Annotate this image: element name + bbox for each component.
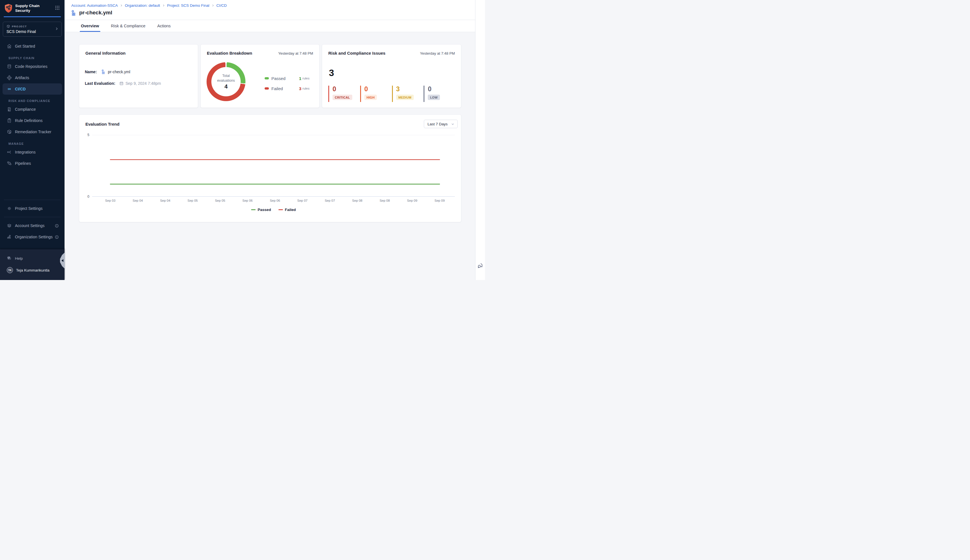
section-supply-chain: SUPPLY CHAIN [0, 52, 65, 61]
trend-chart-legend: PassedFailed [92, 208, 455, 212]
chevron-right-icon [55, 27, 58, 32]
module-grid-icon[interactable] [55, 5, 60, 12]
risk-compliance-issues-card: Risk and Compliance Issues Yesterday at … [322, 44, 461, 108]
passed-line-swatch-icon [251, 209, 255, 210]
tab-bar: Overview Risk & Compliance Actions [65, 20, 475, 32]
critical-badge: CRITICAL [332, 95, 352, 100]
x-axis-tick-label: Sep 06 [242, 199, 252, 202]
passed-unit: rules [302, 77, 309, 80]
chevron-down-icon [451, 122, 454, 126]
evaluation-breakdown-card: Evaluation Breakdown Yesterday at 7:48 P… [200, 44, 320, 108]
donut-center-label: Totalevaluations 4 [207, 62, 245, 101]
x-axis-tick-label: Sep 05 [187, 199, 197, 202]
project-selector[interactable]: PROJECT SCS Demo Final [3, 22, 62, 37]
sidebar-settings-block: Project Settings Account Settings [0, 197, 65, 243]
tab-risk-compliance[interactable]: Risk & Compliance [111, 24, 146, 32]
sidebar-item-cicd[interactable]: CI/CD [3, 83, 62, 95]
shield-logo-icon [4, 4, 13, 13]
failed-unit: rules [302, 87, 309, 90]
right-rail [475, 0, 485, 280]
breadcrumb-project[interactable]: Project: SCS Demo Final [167, 3, 209, 8]
sidebar-item-label: Rule Definitions [15, 118, 43, 123]
sidebar-item-label: Compliance [15, 107, 36, 112]
tab-actions[interactable]: Actions [157, 24, 171, 32]
sidebar-item-label: Artifacts [15, 75, 29, 80]
project-box-icon [7, 25, 10, 28]
sidebar-item-label: Get Started [15, 44, 35, 48]
passed-label: Passed [271, 76, 292, 81]
x-axis-tick-label: Sep 07 [297, 199, 307, 202]
svg-text:?: ? [8, 257, 9, 258]
severity-medium: 3 MEDIUM [392, 86, 424, 102]
legend-row-failed: Failed 3 rules [265, 83, 309, 93]
main-area: Account: Automation-SSCA Organization: d… [65, 0, 475, 280]
critical-count: 0 [332, 86, 360, 93]
breadcrumb-organization[interactable]: Organization: default [125, 3, 160, 8]
time-range-select[interactable]: Last 7 Days [424, 120, 457, 128]
sidebar-item-organization-settings[interactable]: Organization Settings [0, 231, 65, 243]
clipboard-check-icon [7, 118, 12, 123]
sidebar-item-label: Integrations [15, 150, 35, 154]
legend-row-passed: Passed 1 rules [265, 73, 309, 83]
y-axis-max-label: 5 [82, 133, 89, 137]
breadcrumb-cicd[interactable]: CI/CD [217, 3, 227, 8]
high-badge: HIGH [364, 95, 377, 100]
failed-label: Failed [271, 86, 292, 91]
sidebar-item-code-repositories[interactable]: Code Repositories [0, 61, 65, 72]
breadcrumb: Account: Automation-SSCA Organization: d… [71, 3, 475, 8]
card-timestamp: Yesterday at 7:48 PM [278, 51, 313, 55]
breadcrumb-account[interactable]: Account: Automation-SSCA [71, 3, 118, 8]
failed-count: 3 [299, 86, 301, 91]
sidebar-user-row[interactable]: TK Teja Kummarikuntla [0, 264, 65, 276]
sidebar-item-get-started[interactable]: Get Started [0, 40, 65, 52]
sidebar: Supply ChainSecurity PROJECT SC [0, 0, 65, 280]
pipeline-icon [102, 69, 106, 74]
sidebar-accent-divider [4, 16, 61, 17]
divider [4, 217, 60, 217]
sidebar-item-label: CI/CD [15, 87, 26, 91]
name-row: Name: pr-check.yml [85, 69, 130, 74]
sidebar-item-compliance[interactable]: Compliance [0, 104, 65, 115]
sidebar-item-artifacts[interactable]: Artifacts [0, 72, 65, 83]
sidebar-item-integrations[interactable]: Integrations [0, 147, 65, 158]
failed-line-swatch-icon [279, 209, 283, 210]
app-title: Supply ChainSecurity [15, 4, 55, 13]
legend-item-passed: Passed [251, 208, 271, 212]
x-axis-tick-label: Sep 08 [352, 199, 362, 202]
passed-count: 1 [299, 76, 301, 81]
sidebar-item-project-settings[interactable]: Project Settings [0, 203, 65, 214]
sidebar-item-label: Help [15, 256, 23, 260]
card-timestamp: Yesterday at 7:48 PM [420, 51, 455, 55]
time-range-value: Last 7 Days [427, 122, 447, 126]
sidebar-item-help[interactable]: ? Help [0, 253, 65, 264]
tab-overview[interactable]: Overview [81, 24, 99, 32]
content: General Information Name: pr-check.yml [65, 32, 475, 280]
app-window: Supply ChainSecurity PROJECT SC [0, 0, 485, 280]
sidebar-item-label: Organization Settings [15, 235, 53, 239]
info-icon[interactable] [55, 235, 59, 239]
sidebar-item-remediation-tracker[interactable]: Remediation Tracker [0, 126, 65, 137]
sidebar-item-account-settings[interactable]: Account Settings [0, 220, 65, 231]
sidebar-item-rule-definitions[interactable]: Rule Definitions [0, 115, 65, 126]
infinity-icon [7, 86, 12, 92]
chat-support-icon[interactable] [477, 263, 483, 270]
low-count: 0 [428, 86, 456, 93]
calendar-icon [119, 81, 124, 86]
trend-chart-plot [92, 135, 455, 197]
x-axis-tick-label: Sep 06 [270, 199, 280, 202]
home-icon [7, 44, 12, 49]
section-manage: MANAGE [0, 137, 65, 147]
severity-low: 0 LOW [424, 86, 456, 102]
info-icon[interactable] [55, 224, 59, 228]
help-chat-icon: ? [7, 256, 12, 261]
sidebar-item-label: Project Settings [15, 206, 43, 211]
x-axis-tick-label: Sep 09 [434, 199, 445, 202]
x-axis-tick-label: Sep 03 [105, 199, 115, 202]
severity-high: 0 HIGH [360, 86, 392, 102]
section-risk-and-compliance: RISK AND COMPLIANCE [0, 95, 65, 104]
total-evaluations-value: 4 [224, 83, 227, 90]
sidebar-item-pipelines[interactable]: Pipelines [0, 158, 65, 169]
chevron-right-icon [162, 4, 165, 7]
sidebar-nav: Get Started SUPPLY CHAIN Code Repositori… [0, 37, 65, 169]
page-title: pr-check.yml [79, 10, 112, 16]
